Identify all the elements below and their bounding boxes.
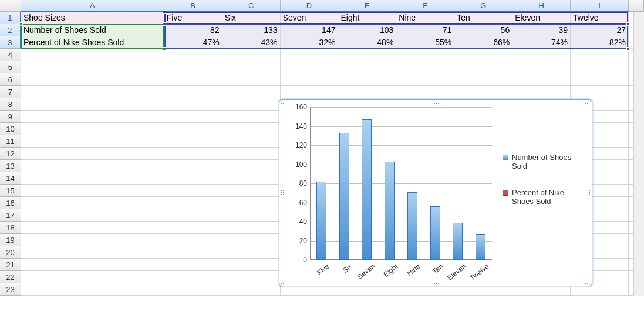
cell-B3[interactable]: 47% xyxy=(164,36,222,49)
chart-bar[interactable] xyxy=(430,206,440,260)
cell-empty[interactable] xyxy=(571,61,629,73)
row-header-18[interactable]: 18 xyxy=(0,222,21,234)
cell-empty[interactable] xyxy=(164,185,222,197)
cell-empty[interactable] xyxy=(164,209,222,222)
cell-C3[interactable]: 43% xyxy=(222,36,281,49)
cell-I3[interactable]: 82% xyxy=(571,36,629,49)
cell-C2[interactable]: 133 xyxy=(222,24,281,36)
col-header-E[interactable]: E xyxy=(338,0,396,12)
cell-empty[interactable] xyxy=(222,197,281,209)
chart-bar[interactable] xyxy=(339,133,349,260)
cell-empty[interactable] xyxy=(21,271,164,283)
cell-empty[interactable] xyxy=(164,73,222,86)
cell-empty[interactable] xyxy=(571,49,629,61)
cell-empty[interactable] xyxy=(281,86,339,98)
cell-empty[interactable] xyxy=(164,123,222,135)
col-header-D[interactable]: D xyxy=(281,0,339,12)
cell-empty[interactable] xyxy=(21,135,164,148)
row-header-22[interactable]: 22 xyxy=(0,271,21,283)
cell-empty[interactable] xyxy=(21,111,164,123)
chart-plot-area[interactable]: 020406080100120140160 FiveSixSevenEightN… xyxy=(291,107,494,275)
cell-empty[interactable] xyxy=(164,98,222,111)
cell-empty[interactable] xyxy=(512,73,571,86)
cell-empty[interactable] xyxy=(164,86,222,98)
cell-empty[interactable] xyxy=(396,61,454,73)
cell-empty[interactable] xyxy=(164,61,222,73)
row-header-13[interactable]: 13 xyxy=(0,160,21,172)
cell-empty[interactable] xyxy=(396,86,454,98)
cell-empty[interactable] xyxy=(21,49,164,61)
row-header-20[interactable]: 20 xyxy=(0,246,21,259)
cell-empty[interactable] xyxy=(338,49,396,61)
cell-empty[interactable] xyxy=(222,86,281,98)
row-header-11[interactable]: 11 xyxy=(0,135,21,148)
cell-empty[interactable] xyxy=(21,98,164,111)
cell-empty[interactable] xyxy=(21,73,164,86)
cell-empty[interactable] xyxy=(454,61,512,73)
cell-empty[interactable] xyxy=(222,259,281,271)
cell-empty[interactable] xyxy=(21,222,164,234)
cell-empty[interactable] xyxy=(222,271,281,283)
chart-bars[interactable] xyxy=(310,107,492,260)
col-header-A[interactable]: A xyxy=(21,0,164,12)
cell-D2[interactable]: 147 xyxy=(281,24,339,36)
cell-E1[interactable]: Eight xyxy=(338,12,396,24)
cell-empty[interactable] xyxy=(164,259,222,271)
cell-D3[interactable]: 32% xyxy=(281,36,339,49)
cell-empty[interactable] xyxy=(281,73,339,86)
cell-I1[interactable]: Twelve xyxy=(571,12,629,24)
cell-empty[interactable] xyxy=(222,123,281,135)
cell-empty[interactable] xyxy=(21,259,164,271)
chart-legend[interactable]: Number of Shoes Sold Percent of Nike Sho… xyxy=(503,153,588,223)
cell-empty[interactable] xyxy=(396,73,454,86)
row-header-23[interactable]: 23 xyxy=(0,283,21,296)
cell-empty[interactable] xyxy=(164,283,222,296)
legend-item[interactable]: Percent of Nike Shoes Sold xyxy=(503,188,588,206)
cell-H2[interactable]: 39 xyxy=(512,24,571,36)
cell-empty[interactable] xyxy=(164,111,222,123)
cell-A1[interactable]: Shoe Sizes xyxy=(21,12,164,24)
cell-empty[interactable] xyxy=(164,49,222,61)
cell-G1[interactable]: Ten xyxy=(454,12,512,24)
row-header-10[interactable]: 10 xyxy=(0,123,21,135)
cell-empty[interactable] xyxy=(21,172,164,185)
cell-empty[interactable] xyxy=(571,86,629,98)
cell-empty[interactable] xyxy=(338,86,396,98)
cell-H3[interactable]: 74% xyxy=(512,36,571,49)
row-header-4[interactable]: 4 xyxy=(0,49,21,61)
cell-empty[interactable] xyxy=(164,172,222,185)
cell-B1[interactable]: Five xyxy=(164,12,222,24)
cell-empty[interactable] xyxy=(164,246,222,259)
row-header-6[interactable]: 6 xyxy=(0,73,21,86)
cell-empty[interactable] xyxy=(21,209,164,222)
cell-empty[interactable] xyxy=(21,123,164,135)
cell-empty[interactable] xyxy=(222,61,281,73)
cell-empty[interactable] xyxy=(164,160,222,172)
chart-bar[interactable] xyxy=(362,119,372,260)
row-header-16[interactable]: 16 xyxy=(0,197,21,209)
row-header-2[interactable]: 2 xyxy=(0,24,21,36)
cell-empty[interactable] xyxy=(222,209,281,222)
worksheet[interactable]: A B C D E F G H I 1 Shoe Sizes Five Six … xyxy=(0,0,644,296)
cell-I2[interactable]: 27 xyxy=(571,24,629,36)
cell-empty[interactable] xyxy=(454,73,512,86)
cell-empty[interactable] xyxy=(21,185,164,197)
cell-empty[interactable] xyxy=(222,148,281,160)
embedded-chart[interactable]: 020406080100120140160 FiveSixSevenEightN… xyxy=(279,99,592,286)
cell-empty[interactable] xyxy=(222,172,281,185)
cell-empty[interactable] xyxy=(21,234,164,246)
col-header-F[interactable]: F xyxy=(396,0,454,12)
cell-B2[interactable]: 82 xyxy=(164,24,222,36)
cell-empty[interactable] xyxy=(21,86,164,98)
row-header-19[interactable]: 19 xyxy=(0,234,21,246)
cell-empty[interactable] xyxy=(454,49,512,61)
chart-bar[interactable] xyxy=(407,192,417,260)
cell-empty[interactable] xyxy=(222,185,281,197)
cell-empty[interactable] xyxy=(222,98,281,111)
cell-C1[interactable]: Six xyxy=(222,12,281,24)
cell-empty[interactable] xyxy=(281,61,339,73)
cell-empty[interactable] xyxy=(164,197,222,209)
cell-empty[interactable] xyxy=(21,148,164,160)
col-header-C[interactable]: C xyxy=(222,0,281,12)
cell-F3[interactable]: 55% xyxy=(396,36,454,49)
